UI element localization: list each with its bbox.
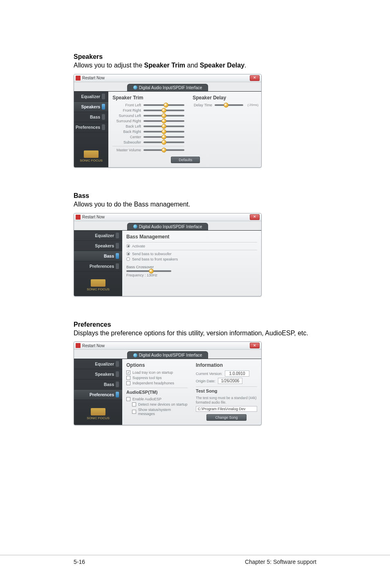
brand-logo-icon (91, 279, 105, 287)
check-show-status-messages[interactable]: Show status/system messages (126, 408, 188, 416)
tab-label: Digital Audio Input/SPDIF Interface (139, 85, 202, 90)
brand: SONIC FOCUS (74, 147, 108, 164)
spdif-icon (133, 224, 137, 229)
sidebar-item-bass[interactable]: Bass (74, 251, 122, 261)
tab-strip: Digital Audio Input/SPDIF Interface (74, 82, 261, 91)
defaults-button[interactable]: Defaults (171, 157, 200, 163)
radio-send-bass-subwoofer[interactable]: Send bass to subwoofer (126, 252, 257, 256)
test-song-path[interactable]: C:\Program Files\Analog Dev (196, 406, 257, 412)
bass-content: Bass Management Activate Send bass to su… (122, 231, 261, 296)
change-song-button[interactable]: Change Song (206, 414, 246, 421)
section-title: Speakers (74, 53, 316, 61)
section-title: Preferences (74, 321, 316, 328)
test-song-desc: The test song must be a standard (44k) f… (196, 396, 257, 404)
sidebar-item-bass[interactable]: Bass (74, 112, 108, 122)
spdif-icon (133, 85, 137, 90)
section-description: Displays the preference options for this… (74, 329, 316, 338)
info-version: Current Version:1.0.0910 (196, 370, 257, 377)
close-button[interactable]: ✕ (250, 75, 260, 81)
check-detect-new-devices[interactable]: Detect new devices on startup (126, 402, 188, 406)
brand: SONIC FOCUS (74, 276, 122, 293)
sidebar-item-preferences[interactable]: Preferences (74, 390, 122, 400)
brand-logo-icon (91, 408, 105, 415)
close-button[interactable]: ✕ (250, 343, 260, 348)
slider-master-volume[interactable]: Master Volume (112, 148, 184, 152)
slider-surround-right[interactable]: Surround Right (112, 119, 184, 123)
app-icon (76, 76, 81, 81)
check-independent-headphones[interactable]: Independent headphones (126, 381, 188, 385)
bass-window: Restart Now ✕ Digital Audio Input/SPDIF … (74, 213, 262, 296)
app-icon (76, 343, 81, 348)
sidebar-item-equalizer[interactable]: Equalizer (74, 231, 122, 241)
sidebar: Equalizer Speakers Bass Preferences SONI… (74, 359, 122, 424)
tab-digital-audio[interactable]: Digital Audio Input/SPDIF Interface (127, 223, 208, 230)
preferences-window: Restart Now ✕ Digital Audio Input/SPDIF … (74, 341, 262, 425)
sidebar-item-preferences[interactable]: Preferences (74, 122, 108, 132)
speakers-window: Restart Now ✕ Digital Audio Input/SPDIF … (74, 74, 262, 168)
preferences-content: Options Load tray icon on startup Suppre… (122, 359, 261, 424)
section-description: Allows you to do the Bass management. (74, 200, 316, 209)
section-description: Allows you to adjust the Speaker Trim an… (74, 61, 316, 70)
titlebar: Restart Now ✕ (74, 74, 261, 82)
slider-surround-left[interactable]: Surround Left (112, 114, 184, 118)
speakers-content: Speaker Trim Front Left Front Right Surr… (108, 92, 262, 167)
bass-crossover-label: Bass Crossover (126, 265, 257, 269)
window-title: Restart Now (82, 215, 105, 219)
close-button[interactable]: ✕ (250, 214, 260, 220)
spdif-icon (133, 353, 137, 357)
slider-subwoofer[interactable]: Subwoofer (112, 140, 184, 144)
radio-send-bass-front[interactable]: Send bass to front speakers (126, 257, 257, 261)
crossover-frequency: Frequency : 130Hz (126, 273, 257, 277)
chapter-label: Chapter 5: Software support (245, 559, 316, 565)
activate-checkbox[interactable]: Activate (126, 244, 257, 248)
information-title: Information (196, 362, 257, 368)
section-speakers: Speakers Allows you to adjust the Speake… (74, 53, 316, 168)
sidebar-item-equalizer[interactable]: Equalizer (74, 359, 122, 369)
slider-front-right[interactable]: Front Right (112, 108, 184, 112)
check-suppress-tips[interactable]: Suppress tool tips (126, 376, 188, 380)
slider-back-left[interactable]: Back Left (112, 124, 184, 128)
slider-delay-time[interactable]: Delay Time (:20ms) (193, 103, 258, 107)
check-enable-audioesp[interactable]: Enable AudioESP (126, 397, 188, 401)
sidebar-item-preferences[interactable]: Preferences (74, 261, 122, 272)
page-number: 5-16 (74, 559, 85, 565)
tab-digital-audio[interactable]: Digital Audio Input/SPDIF Interface (127, 351, 208, 359)
titlebar: Restart Now ✕ (74, 342, 261, 350)
sidebar: Equalizer Speakers Bass Preferences SONI… (74, 92, 108, 167)
window-title: Restart Now (82, 343, 105, 348)
brand-logo-icon (84, 150, 99, 158)
app-icon (76, 215, 81, 220)
window-title: Restart Now (82, 76, 105, 80)
slider-back-right[interactable]: Back Right (112, 130, 184, 134)
test-song-title: Test Song (196, 388, 257, 393)
titlebar: Restart Now ✕ (74, 213, 261, 221)
section-bass: Bass Allows you to do the Bass managemen… (74, 192, 316, 296)
sidebar: Equalizer Speakers Bass Preferences SONI… (74, 231, 122, 296)
tab-digital-audio[interactable]: Digital Audio Input/SPDIF Interface (127, 84, 208, 91)
section-title: Bass (74, 192, 316, 200)
slider-bass-crossover[interactable] (126, 270, 257, 272)
section-preferences: Preferences Displays the preference opti… (74, 321, 316, 425)
audioesp-title: AudioESP(TM) (126, 390, 188, 395)
slider-center[interactable]: Center (112, 135, 184, 139)
options-title: Options (126, 362, 188, 368)
sidebar-item-bass[interactable]: Bass (74, 379, 122, 390)
brand: SONIC FOCUS (74, 405, 122, 422)
sidebar-item-speakers[interactable]: Speakers (74, 369, 122, 379)
check-tray-icon[interactable]: Load tray icon on startup (126, 370, 188, 375)
sidebar-item-equalizer[interactable]: Equalizer (74, 92, 108, 102)
info-date: Origin Date:1/26/2006 (196, 378, 257, 384)
sidebar-item-speakers[interactable]: Speakers (74, 102, 108, 112)
speaker-delay-title: Speaker Delay (193, 95, 258, 101)
speaker-trim-title: Speaker Trim (112, 95, 184, 101)
sidebar-item-speakers[interactable]: Speakers (74, 241, 122, 251)
slider-front-left[interactable]: Front Left (112, 103, 184, 107)
page-footer: 5-16 Chapter 5: Software support (0, 555, 390, 565)
bass-management-title: Bass Management (126, 234, 257, 240)
